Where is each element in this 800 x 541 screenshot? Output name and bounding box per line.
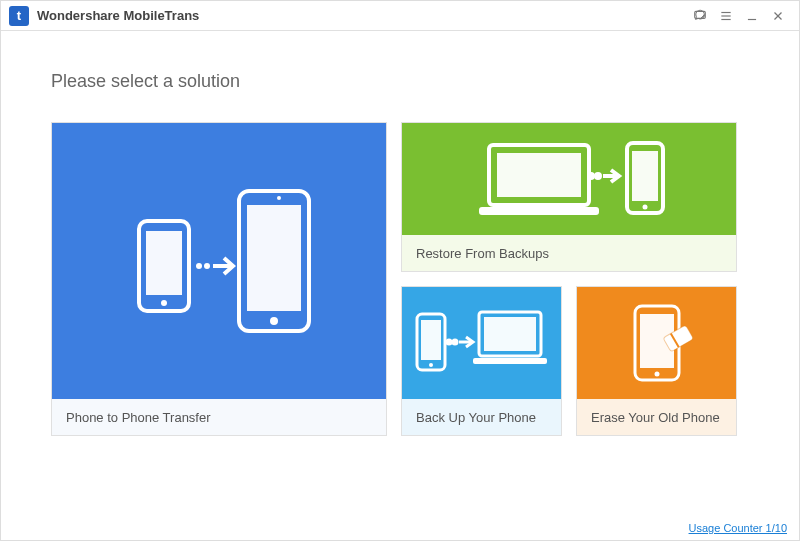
card-restore[interactable]: Restore From Backups (401, 122, 737, 272)
minimize-button[interactable] (739, 3, 765, 29)
svg-point-21 (596, 174, 601, 179)
card-phone-to-phone[interactable]: Phone to Phone Transfer (51, 122, 387, 436)
svg-rect-8 (146, 231, 182, 295)
svg-rect-18 (497, 153, 581, 197)
bottom-right-split: Back Up Your Phone (401, 286, 737, 436)
svg-point-9 (161, 300, 167, 306)
backup-icon (402, 287, 561, 399)
titlebar: t Wondershare MobileTrans (1, 1, 799, 31)
app-title: Wondershare MobileTrans (37, 8, 199, 23)
close-button[interactable] (765, 3, 791, 29)
page-heading: Please select a solution (51, 71, 749, 92)
svg-point-25 (643, 205, 648, 210)
svg-rect-14 (247, 205, 301, 311)
svg-rect-27 (421, 320, 441, 360)
menu-button[interactable] (713, 3, 739, 29)
svg-point-37 (654, 372, 659, 377)
card-label: Phone to Phone Transfer (52, 399, 386, 435)
svg-point-16 (277, 196, 281, 200)
svg-point-11 (204, 263, 210, 269)
erase-icon (577, 287, 736, 399)
solution-grid: Phone to Phone Transfer (51, 122, 749, 436)
phone-to-phone-icon (52, 123, 386, 399)
card-erase[interactable]: Erase Your Old Phone (576, 286, 737, 436)
svg-point-30 (453, 340, 457, 344)
feedback-button[interactable] (687, 3, 713, 29)
card-label: Restore From Backups (402, 235, 736, 271)
svg-point-20 (589, 174, 594, 179)
svg-rect-24 (632, 151, 658, 201)
app-logo: t (9, 6, 29, 26)
logo-letter: t (17, 8, 21, 23)
svg-rect-34 (473, 358, 547, 364)
svg-point-15 (270, 317, 278, 325)
usage-counter-link[interactable]: Usage Counter 1/10 (689, 522, 787, 534)
card-label: Back Up Your Phone (402, 399, 561, 435)
card-label: Erase Your Old Phone (577, 399, 736, 435)
svg-rect-33 (484, 317, 536, 351)
restore-icon (402, 123, 736, 235)
svg-point-29 (447, 340, 451, 344)
card-backup[interactable]: Back Up Your Phone (401, 286, 562, 436)
svg-point-10 (196, 263, 202, 269)
content-area: Please select a solution (1, 31, 799, 436)
svg-point-28 (429, 363, 433, 367)
svg-rect-19 (479, 207, 599, 215)
